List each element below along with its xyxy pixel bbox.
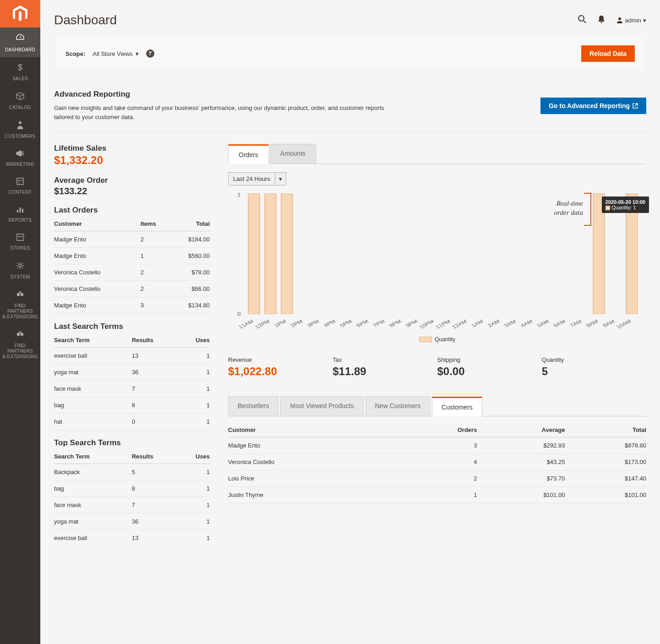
svg-text:8PM: 8PM xyxy=(388,319,403,328)
svg-text:3PM: 3PM xyxy=(306,319,321,328)
nav-item-catalog[interactable]: CATALOG xyxy=(0,86,40,115)
table-row[interactable]: face mask71 xyxy=(54,381,210,397)
scope-label: Scope: xyxy=(65,50,85,57)
advanced-reporting-title: Advanced Reporting xyxy=(54,90,402,99)
nav-item-dashboard[interactable]: DASHBOARD xyxy=(0,27,40,57)
nav-item-stores[interactable]: STORES xyxy=(0,228,40,256)
nav-item-system[interactable]: SYSTEM xyxy=(0,256,40,284)
svg-text:10PM: 10PM xyxy=(418,319,436,330)
svg-text:9AM: 9AM xyxy=(601,319,616,328)
table-row[interactable]: Madge Ento1$560.00 xyxy=(54,248,210,264)
search-icon[interactable] xyxy=(578,15,587,26)
stores-icon xyxy=(2,233,38,244)
table-row[interactable]: yoga mat361 xyxy=(54,364,210,381)
svg-rect-24 xyxy=(281,194,293,314)
svg-point-17 xyxy=(618,17,621,20)
tab-orders[interactable]: Orders xyxy=(228,144,269,164)
chart-range-select[interactable]: Last 24 Hours ▾ xyxy=(228,172,286,186)
nav-item-reports[interactable]: REPORTS xyxy=(0,200,40,228)
svg-text:1AM: 1AM xyxy=(470,319,485,328)
advanced-reporting-panel: Advanced Reporting Gain new insights and… xyxy=(54,90,646,133)
revenue-value: $1,022.80 xyxy=(228,365,333,378)
nav-item-partners[interactable]: FIND PARTNERS& EXTENSIONS xyxy=(0,284,40,324)
svg-text:5AM: 5AM xyxy=(535,319,550,328)
svg-text:3AM: 3AM xyxy=(503,319,518,328)
table-row[interactable]: Justin Thyme1$101.00$101.00 xyxy=(228,487,646,503)
svg-text:4AM: 4AM xyxy=(519,319,534,328)
svg-line-16 xyxy=(584,21,586,23)
nav-item-sales[interactable]: $SALES xyxy=(0,57,40,86)
svg-text:11PM: 11PM xyxy=(434,319,452,330)
table-row[interactable]: Backpack51 xyxy=(54,464,210,480)
svg-text:0: 0 xyxy=(237,311,241,317)
table-row[interactable]: exercise ball131 xyxy=(54,348,210,364)
table-row[interactable]: Madge Ento3$134.80 xyxy=(54,297,210,314)
svg-rect-6 xyxy=(20,207,21,213)
main-content: Dashboard admin ▾ Scope: All Store Views… xyxy=(40,0,660,644)
table-row[interactable]: Veronica Costello2$66.00 xyxy=(54,281,210,297)
chart-annotation: Real-time order data xyxy=(554,199,583,217)
table-row[interactable]: bag81 xyxy=(54,397,210,414)
tab-most-viewed[interactable]: Most Viewed Products xyxy=(280,396,363,416)
table-row[interactable]: bag81 xyxy=(54,480,210,497)
svg-text:8AM: 8AM xyxy=(585,319,600,328)
chevron-down-icon: ▾ xyxy=(643,17,646,24)
last-orders-table: Customer Items Total Madge Ento2$184.00M… xyxy=(54,217,210,314)
catalog-icon xyxy=(2,92,38,103)
admin-dropdown[interactable]: admin ▾ xyxy=(616,16,646,24)
tooltip-swatch xyxy=(605,206,610,210)
scope-select[interactable]: All Store Views ▾ xyxy=(93,50,138,57)
tab-bestsellers[interactable]: Bestsellers xyxy=(228,396,278,416)
svg-text:10AM: 10AM xyxy=(615,319,633,330)
table-row[interactable]: Veronica Costello2$78.00 xyxy=(54,264,210,281)
svg-rect-20 xyxy=(248,194,260,314)
last-search-title: Last Search Terms xyxy=(54,322,210,331)
nav-item-partners[interactable]: FIND PARTNERS& EXTENSIONS xyxy=(0,324,40,364)
svg-text:12PM: 12PM xyxy=(254,319,272,330)
svg-rect-14 xyxy=(19,331,22,334)
page-title: Dashboard xyxy=(54,13,117,27)
tab-new-customers[interactable]: New Customers xyxy=(365,396,431,416)
annotation-bracket xyxy=(584,193,591,226)
last-search-table: Search Term Results Uses exercise ball13… xyxy=(54,333,210,430)
magento-logo[interactable] xyxy=(0,0,40,27)
tab-amounts[interactable]: Amounts xyxy=(270,144,316,164)
chart-legend: Quantity xyxy=(228,336,646,343)
orders-chart: 1011AM12PM1PM2PM3PM4PM5PM6PM7PM8PM9PM10P… xyxy=(228,190,646,333)
svg-text:6PM: 6PM xyxy=(355,319,370,328)
partners-icon xyxy=(2,290,38,301)
advanced-reporting-desc: Gain new insights and take command of yo… xyxy=(54,104,402,121)
tax-label: Tax xyxy=(333,356,437,363)
table-row[interactable]: yoga mat361 xyxy=(54,513,210,530)
svg-text:6AM: 6AM xyxy=(552,319,567,328)
top-search-title: Top Search Terms xyxy=(54,438,210,448)
nav-item-content[interactable]: CONTENT xyxy=(0,172,40,200)
table-row[interactable]: Madge Ento2$184.00 xyxy=(54,231,210,248)
svg-text:7PM: 7PM xyxy=(371,319,386,328)
svg-rect-22 xyxy=(265,194,276,314)
table-row[interactable]: face mask71 xyxy=(54,497,210,513)
customers-table: Customer Orders Average Total Madge Ento… xyxy=(228,423,646,503)
admin-username: admin xyxy=(625,17,641,24)
quantity-label: Quantity xyxy=(542,356,646,363)
bell-icon[interactable] xyxy=(598,15,605,26)
table-row[interactable]: Lois Price2$73.70$147.40 xyxy=(228,470,646,487)
go-to-advanced-reporting-button[interactable]: Go to Advanced Reporting xyxy=(540,98,646,114)
tax-value: $11.89 xyxy=(333,365,437,378)
reload-data-button[interactable]: Reload Data xyxy=(581,45,635,62)
detail-tabs: Bestsellers Most Viewed Products New Cus… xyxy=(228,396,646,416)
svg-text:5PM: 5PM xyxy=(338,319,353,328)
svg-text:11AM: 11AM xyxy=(237,319,255,330)
sidebar: DASHBOARD$SALESCATALOGCUSTOMERSMARKETING… xyxy=(0,0,40,644)
nav-item-customers[interactable]: CUSTOMERS xyxy=(0,115,40,144)
nav-item-marketing[interactable]: MARKETING xyxy=(0,144,40,172)
help-icon[interactable]: ? xyxy=(146,49,154,58)
table-row[interactable]: Veronica Costello4$43.25$173.00 xyxy=(228,454,646,470)
scope-bar: Scope: All Store Views ▾ ? Reload Data xyxy=(54,36,646,71)
table-row[interactable]: hat01 xyxy=(54,414,210,430)
table-row[interactable]: Madge Ento3$292.93$878.80 xyxy=(228,437,646,454)
tab-customers[interactable]: Customers xyxy=(432,397,482,416)
svg-text:1: 1 xyxy=(237,192,241,198)
quantity-value: 5 xyxy=(542,365,646,378)
table-row[interactable]: exercise ball131 xyxy=(54,530,210,546)
